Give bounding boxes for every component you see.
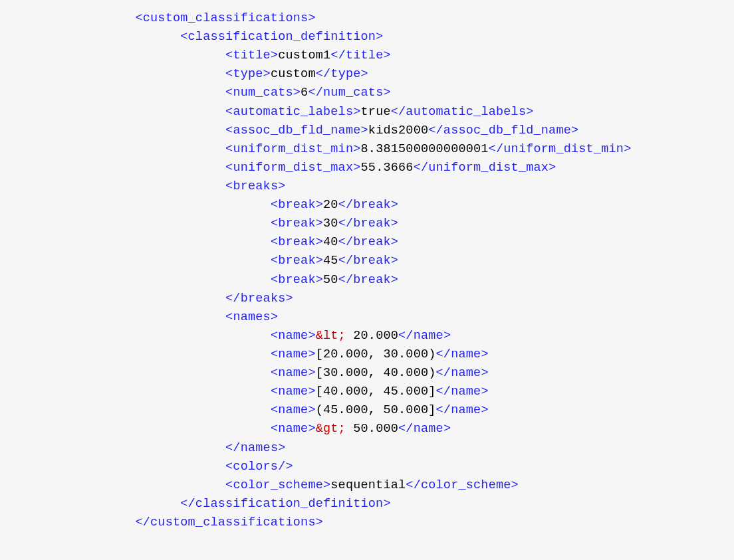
tag: <uniform_dist_min>	[225, 142, 360, 156]
text-content: [30.000, 40.000)	[316, 366, 436, 380]
entity: &gt;	[316, 422, 346, 436]
tag: <name>	[271, 422, 316, 436]
tag: </name>	[436, 385, 489, 399]
tag: </break>	[338, 198, 398, 212]
tag: </assoc_db_fld_name>	[428, 124, 578, 138]
text-content: 20.000	[346, 329, 398, 343]
line: <break>30</break>	[0, 217, 398, 231]
tag: <break>	[271, 235, 323, 249]
line: <classification_definition>	[0, 30, 383, 44]
line: <break>45</break>	[0, 254, 398, 268]
tag-open: <classification_definition>	[180, 30, 383, 44]
tag: </type>	[316, 67, 368, 81]
text-content: true	[361, 105, 391, 119]
tag: <color_scheme>	[225, 478, 330, 492]
line: <name>[40.000, 45.000]</name>	[0, 385, 489, 399]
tag: <names>	[225, 310, 278, 324]
line: <name>[30.000, 40.000)</name>	[0, 366, 489, 380]
tag: <name>	[271, 347, 316, 361]
text-content: 45	[323, 254, 338, 268]
line: <uniform_dist_max>55.3666</uniform_dist_…	[0, 161, 556, 175]
line: <name>(45.000, 50.000]</name>	[0, 403, 489, 417]
tag: </name>	[398, 422, 451, 436]
tag: </name>	[436, 366, 489, 380]
tag: </uniform_dist_min>	[489, 142, 632, 156]
tag: </name>	[436, 403, 489, 417]
tag: </names>	[225, 441, 285, 455]
tag: </title>	[330, 48, 390, 62]
tag-open: <custom_classifications>	[135, 11, 315, 25]
text-content: (45.000, 50.000]	[316, 403, 436, 417]
text-content: 30	[323, 217, 338, 231]
tag: </breaks>	[225, 292, 293, 306]
entity: &lt;	[316, 329, 346, 343]
line: <assoc_db_fld_name>kids2000</assoc_db_fl…	[0, 124, 578, 138]
tag: <title>	[225, 48, 278, 62]
tag: </break>	[338, 254, 398, 268]
text-content: sequential	[330, 478, 406, 492]
line: </breaks>	[0, 292, 293, 306]
tag: <name>	[271, 385, 316, 399]
line: <num_cats>6</num_cats>	[0, 86, 391, 100]
line: <uniform_dist_min>8.381500000000001</uni…	[0, 142, 631, 156]
tag: <assoc_db_fld_name>	[225, 124, 368, 138]
line: </custom_classifications>	[0, 515, 323, 529]
line: <custom_classifications>	[0, 11, 316, 25]
line: <names>	[0, 310, 278, 324]
line: <break>20</break>	[0, 198, 398, 212]
text-content: 6	[301, 86, 308, 100]
line: </classification_definition>	[0, 497, 391, 511]
text-content: [40.000, 45.000]	[316, 385, 436, 399]
tag: <name>	[271, 403, 316, 417]
line: </names>	[0, 441, 286, 455]
tag: <num_cats>	[225, 86, 301, 100]
tag: </color_scheme>	[406, 478, 519, 492]
tag: <breaks>	[225, 179, 285, 193]
line: <name>[20.000, 30.000)</name>	[0, 347, 489, 361]
tag: <name>	[271, 366, 316, 380]
tag: <colors/>	[225, 460, 293, 474]
tag: <break>	[271, 217, 323, 231]
tag: </uniform_dist_max>	[414, 161, 556, 175]
text-content: custom	[271, 67, 316, 81]
line: <break>40</break>	[0, 235, 398, 249]
xml-code-block: <custom_classifications> <classification…	[0, 0, 734, 544]
text-content: 50.000	[346, 422, 398, 436]
line: <automatic_labels>true</automatic_labels…	[0, 105, 534, 119]
text-content: 55.3666	[361, 161, 414, 175]
line: <title>custom1</title>	[0, 48, 391, 62]
text-content: 50	[323, 273, 338, 287]
tag: </num_cats>	[308, 86, 390, 100]
tag: <automatic_labels>	[225, 105, 360, 119]
text-content: custom1	[278, 48, 330, 62]
line: <break>50</break>	[0, 273, 398, 287]
tag: <break>	[271, 198, 323, 212]
text-content: 40	[323, 235, 338, 249]
tag: <type>	[225, 67, 271, 81]
tag: <break>	[271, 254, 323, 268]
text-content: 8.381500000000001	[361, 142, 489, 156]
text-content: [20.000, 30.000)	[316, 347, 436, 361]
line: <name>&gt; 50.000</name>	[0, 422, 451, 436]
line: <type>custom</type>	[0, 67, 368, 81]
tag-close: </classification_definition>	[180, 497, 390, 511]
line: <name>&lt; 20.000</name>	[0, 329, 451, 343]
line: <colors/>	[0, 460, 293, 474]
tag-close: </custom_classifications>	[135, 515, 323, 529]
text-content: 20	[323, 198, 338, 212]
tag: <uniform_dist_max>	[225, 161, 360, 175]
tag: </automatic_labels>	[391, 105, 534, 119]
line: <color_scheme>sequential</color_scheme>	[0, 478, 519, 492]
tag: </break>	[338, 235, 398, 249]
line: <breaks>	[0, 179, 286, 193]
tag: </name>	[436, 347, 489, 361]
text-content: kids2000	[368, 124, 428, 138]
tag: <break>	[271, 273, 323, 287]
tag: </name>	[398, 329, 451, 343]
tag: <name>	[271, 329, 316, 343]
tag: </break>	[338, 217, 398, 231]
tag: </break>	[338, 273, 398, 287]
